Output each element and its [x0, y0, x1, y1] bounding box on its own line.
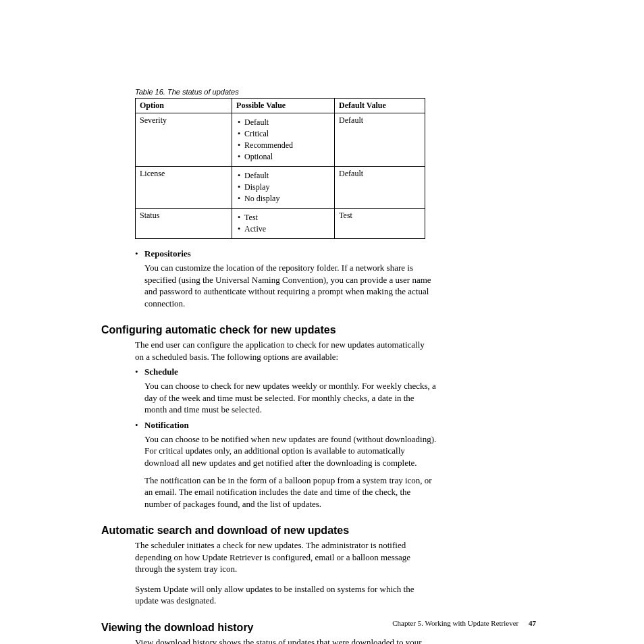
- list-item: Display: [244, 182, 330, 193]
- sec1-intro: The end user can configure the applicati…: [135, 339, 429, 363]
- footer-chapter: Chapter 5. Working with Update Retriever: [392, 619, 518, 627]
- list-item: Recommended: [244, 140, 330, 151]
- cell-default: Test: [335, 209, 425, 239]
- table-header-row: Option Possible Value Default Value: [136, 99, 425, 113]
- col-header-possible: Possible Value: [232, 99, 335, 113]
- table-row: License Default Display No display Defau…: [136, 167, 425, 209]
- footer-page-number: 47: [529, 619, 536, 627]
- heading-automatic-search-download: Automatic search and download of new upd…: [101, 525, 539, 537]
- list-item: Default: [244, 117, 330, 128]
- notification-block: • Notification You can choose to be noti…: [135, 420, 539, 510]
- schedule-body: You can choose to check for new updates …: [144, 380, 438, 416]
- cell-possible: Test Active: [232, 209, 335, 239]
- list-item: Critical: [244, 128, 330, 140]
- table-caption: Table 16. The status of updates: [135, 88, 539, 96]
- heading-configuring-automatic-check: Configuring automatic check for new upda…: [101, 324, 539, 336]
- page-footer: Chapter 5. Working with Update Retriever…: [0, 619, 644, 627]
- sec2-p1: The scheduler initiates a check for new …: [135, 539, 429, 575]
- schedule-title: Schedule: [144, 367, 178, 377]
- repositories-body: You can customize the location of the re…: [144, 262, 438, 309]
- bullet-icon: •: [135, 367, 144, 377]
- notification-body-2: The notification can be in the form of a…: [144, 475, 438, 510]
- cell-option: License: [136, 167, 232, 209]
- list-item: Test: [244, 212, 330, 223]
- list-item: Default: [244, 170, 330, 182]
- cell-option: Severity: [136, 113, 232, 167]
- repositories-title: Repositories: [144, 248, 191, 259]
- cell-default: Default: [335, 113, 425, 167]
- bullet-icon: •: [135, 248, 144, 259]
- list-item: Active: [244, 223, 330, 235]
- cell-possible: Default Critical Recommended Optional: [232, 113, 335, 167]
- page-content: Table 16. The status of updates Option P…: [0, 0, 644, 644]
- col-header-option: Option: [136, 99, 232, 113]
- schedule-block: • Schedule You can choose to check for n…: [135, 367, 539, 416]
- cell-default: Default: [335, 167, 425, 209]
- status-of-updates-table: Option Possible Value Default Value Seve…: [135, 98, 425, 239]
- bullet-icon: •: [135, 420, 144, 431]
- list-item: No display: [244, 193, 330, 205]
- cell-possible: Default Display No display: [232, 167, 335, 209]
- cell-option: Status: [136, 209, 232, 239]
- sec3-p1: View download history shows the status o…: [135, 637, 429, 644]
- notification-body-1: You can choose to be notified when new u…: [144, 433, 438, 469]
- repositories-block: • Repositories You can customize the loc…: [135, 248, 539, 309]
- notification-title: Notification: [144, 420, 189, 431]
- table-row: Status Test Active Test: [136, 209, 425, 239]
- list-item: Optional: [244, 151, 330, 163]
- sec2-p2: System Update will only allow updates to…: [135, 583, 429, 607]
- table-row: Severity Default Critical Recommended Op…: [136, 113, 425, 167]
- col-header-default: Default Value: [335, 99, 425, 113]
